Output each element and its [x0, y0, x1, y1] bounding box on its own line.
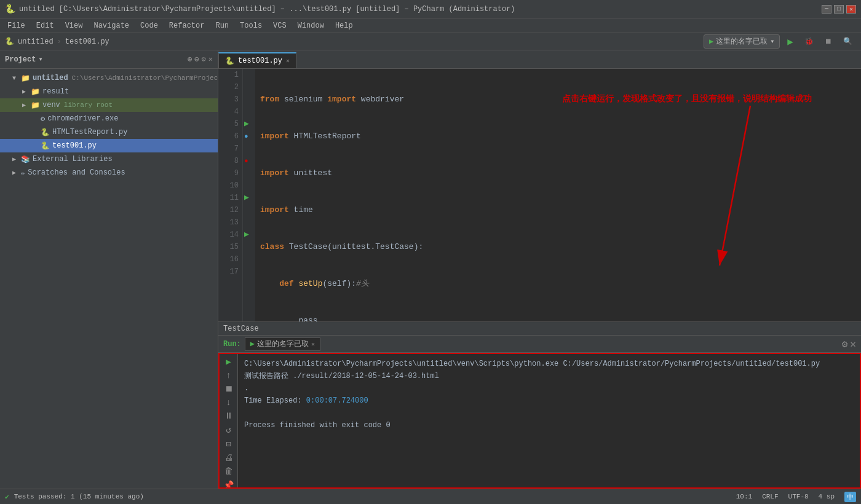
- scratches-icon: ✏: [21, 168, 25, 178]
- menu-run[interactable]: Run: [210, 20, 234, 31]
- tree-item-result[interactable]: ▶ 📁 result: [0, 85, 218, 98]
- search-button[interactable]: 🔍: [839, 36, 856, 47]
- run-tab-label: 这里的名字已取: [257, 339, 309, 349]
- python-tab-icon: 🐍: [225, 57, 234, 66]
- minimize-button[interactable]: ─: [822, 5, 831, 14]
- run-output-line-2: 测试报告路径 ./result/2018-12-05-14-24-03.html: [244, 370, 854, 382]
- tree-item-htmltestreport[interactable]: 🐍 HTMLTestReport.py: [0, 125, 218, 139]
- menu-edit[interactable]: Edit: [31, 20, 59, 31]
- settings-icon[interactable]: ⚙: [202, 55, 206, 64]
- test-status: ✔: [5, 493, 9, 501]
- run-up-button[interactable]: ↑: [223, 371, 235, 380]
- debug-button[interactable]: 🐞: [801, 36, 817, 47]
- main-layout: Project ▾ ⊕ ⊖ ⚙ ✕ ▼ 📁 untitled C:\Users\…: [0, 50, 861, 489]
- status-bar: ✔ Tests passed: 1 (15 minutes ago) 10:1 …: [0, 489, 861, 504]
- close-sidebar-icon[interactable]: ✕: [208, 55, 213, 64]
- menu-tools[interactable]: Tools: [235, 20, 267, 31]
- breadcrumb-file[interactable]: test001.py: [65, 37, 109, 46]
- project-dropdown-icon[interactable]: ▾: [38, 55, 42, 64]
- run-config-icon: ▶: [709, 37, 713, 46]
- run-output-line-5: [244, 407, 854, 419]
- close-button[interactable]: ✕: [846, 5, 856, 14]
- status-encoding: UTF-8: [788, 493, 809, 500]
- status-eol: CRLF: [762, 493, 778, 500]
- run-trash-button[interactable]: 🗑: [223, 467, 235, 476]
- maximize-button[interactable]: □: [834, 5, 844, 14]
- run-rerun-button[interactable]: ↺: [223, 425, 235, 435]
- tab-bar: 🐍 test001.py ✕: [218, 50, 861, 69]
- python-icon: 🐍: [41, 128, 50, 137]
- collapse-icon[interactable]: ⊖: [194, 55, 199, 64]
- run-tab-close-icon[interactable]: ✕: [311, 341, 315, 348]
- tree-item-untitled[interactable]: ▼ 📁 untitled C:\Users\Administrator\Pych…: [0, 71, 218, 85]
- tree-item-extlibs[interactable]: ▶ 📚 External Libraries: [0, 152, 218, 166]
- app-icon: 🐍: [5, 4, 15, 14]
- line-numbers: 12345 678910 1112131415 1617: [218, 69, 243, 335]
- run-settings[interactable]: ⚙ ✕: [842, 338, 856, 350]
- code-area[interactable]: from selenium import webdriver import HT…: [255, 69, 861, 335]
- sidebar-tree: ▼ 📁 untitled C:\Users\Administrator\Pych…: [0, 69, 218, 489]
- menu-navigate[interactable]: Navigate: [89, 20, 134, 31]
- sidebar: Project ▾ ⊕ ⊖ ⚙ ✕ ▼ 📁 untitled C:\Users\…: [0, 50, 218, 489]
- run-output-line-1: C:\Users\Administrator\PycharmProjects\u…: [244, 358, 854, 370]
- venv-icon: 📁: [31, 101, 40, 110]
- sync-icon[interactable]: ⊕: [188, 55, 192, 64]
- run-tab[interactable]: ▶ 这里的名字已取 ✕: [245, 337, 320, 351]
- run-config-label: 这里的名字已取: [716, 36, 768, 47]
- run-down-button[interactable]: ↓: [223, 398, 235, 408]
- tree-item-test001[interactable]: 🐍 test001.py: [0, 139, 218, 152]
- python-icon: 🐍: [41, 141, 50, 151]
- menu-window[interactable]: Window: [293, 20, 329, 31]
- folder-icon: 📁: [31, 87, 40, 96]
- ime-indicator: 中: [844, 492, 856, 502]
- run-play-button[interactable]: ▶: [223, 356, 235, 367]
- menu-refactor[interactable]: Refactor: [164, 20, 210, 31]
- menu-code[interactable]: Code: [135, 20, 163, 31]
- library-icon: 📚: [21, 155, 30, 164]
- menu-file[interactable]: File: [2, 20, 30, 31]
- menu-view[interactable]: View: [60, 20, 88, 31]
- run-button[interactable]: ▶: [784, 34, 797, 49]
- breadcrumb-bar: 🐍 untitled › test001.py ▶ 这里的名字已取 ▾ ▶ 🐞 …: [0, 33, 861, 50]
- breadcrumb-project[interactable]: untitled: [18, 37, 54, 46]
- run-label: Run:: [223, 340, 241, 348]
- menu-help[interactable]: Help: [330, 20, 358, 31]
- tree-item-venv[interactable]: ▶ 📁 venv library root: [0, 98, 218, 112]
- code-line-5: class TestCase(unittest.TestCase):: [260, 241, 856, 253]
- pycharm-icon: 🐍: [5, 37, 14, 46]
- run-pause-button[interactable]: ⏸: [223, 411, 235, 421]
- close-run-icon: ✕: [850, 338, 856, 350]
- chevron-down-icon: ▾: [770, 37, 774, 46]
- menu-vcs[interactable]: VCS: [268, 20, 292, 31]
- tree-item-scratches[interactable]: ▶ ✏ Scratches and Consoles: [0, 166, 218, 179]
- code-line-2: import HTMLTestReport: [260, 130, 856, 143]
- run-panel-body: ▶ ↑ ⏹ ↓ ⏸ ↺ ⊟ 🖨 🗑 📌 C:\Users\Administrat…: [218, 353, 861, 489]
- code-line-3: import unittest: [260, 167, 856, 179]
- run-config-dropdown[interactable]: ▶ 这里的名字已取 ▾: [704, 34, 780, 49]
- run-output-line-4: Time Elapsed: 0:00:07.724000: [244, 395, 854, 407]
- stop-button[interactable]: ⏹: [821, 36, 836, 47]
- exe-icon: ⚙: [41, 114, 45, 124]
- run-pin-button[interactable]: 📌: [223, 480, 235, 489]
- run-layout-button[interactable]: ⊟: [223, 439, 235, 449]
- tab-label: test001.py: [238, 57, 282, 65]
- run-stop-button[interactable]: ⏹: [223, 384, 235, 394]
- sidebar-header: Project ▾ ⊕ ⊖ ⚙ ✕: [0, 50, 218, 69]
- breadcrumb-testcase: TestCase: [223, 325, 259, 333]
- run-print-button[interactable]: 🖨: [223, 453, 235, 463]
- tree-item-chromedriver[interactable]: ⚙ chromedriver.exe: [0, 112, 218, 125]
- status-indent: 4 sp: [819, 493, 835, 500]
- code-line-4: import time: [260, 204, 856, 216]
- run-output[interactable]: C:\Users\Administrator\PycharmProjects\u…: [238, 354, 860, 487]
- menu-bar: File Edit View Navigate Code Refactor Ru…: [0, 18, 861, 33]
- folder-icon: 📁: [21, 74, 30, 83]
- window-title: untitled [C:\Users\Administrator\Pycharm…: [19, 5, 515, 14]
- gutter: ▶ ● ● ▶ ▶: [243, 69, 255, 335]
- breadcrumb-sep1: ›: [57, 37, 62, 46]
- tab-test001[interactable]: 🐍 test001.py ✕: [218, 52, 296, 68]
- project-label: Project: [5, 55, 36, 64]
- code-line-1: from selenium import webdriver: [260, 93, 856, 106]
- run-output-line-3: .: [244, 382, 854, 395]
- tab-close-icon[interactable]: ✕: [286, 57, 290, 65]
- run-sidebar-controls: ▶ ↑ ⏹ ↓ ⏸ ↺ ⊟ 🖨 🗑 📌: [220, 354, 238, 487]
